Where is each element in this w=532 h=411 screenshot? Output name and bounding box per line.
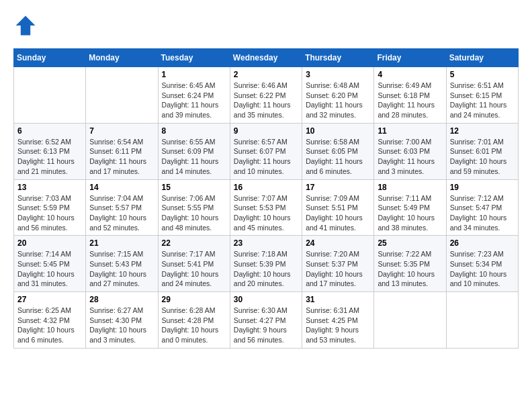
calendar-cell: 24Sunrise: 7:20 AM Sunset: 5:37 PM Dayli… xyxy=(302,236,374,292)
day-info: Sunrise: 6:55 AM Sunset: 6:09 PM Dayligh… xyxy=(162,137,226,177)
day-number: 1 xyxy=(162,70,226,79)
day-number: 31 xyxy=(306,295,370,304)
day-info: Sunrise: 6:45 AM Sunset: 6:24 PM Dayligh… xyxy=(162,81,226,120)
day-info: Sunrise: 7:17 AM Sunset: 5:41 PM Dayligh… xyxy=(162,249,226,289)
day-info: Sunrise: 6:25 AM Sunset: 4:32 PM Dayligh… xyxy=(17,306,82,345)
day-number: 27 xyxy=(17,295,82,304)
day-info: Sunrise: 6:54 AM Sunset: 6:11 PM Dayligh… xyxy=(89,137,154,177)
calendar-week-row: 27Sunrise: 6:25 AM Sunset: 4:32 PM Dayli… xyxy=(14,292,519,349)
day-number: 12 xyxy=(450,126,515,136)
day-number: 4 xyxy=(378,70,442,79)
day-info: Sunrise: 7:11 AM Sunset: 5:49 PM Dayligh… xyxy=(378,193,442,233)
day-number: 21 xyxy=(89,238,154,248)
calendar-cell: 26Sunrise: 7:23 AM Sunset: 5:34 PM Dayli… xyxy=(446,236,518,292)
day-info: Sunrise: 7:23 AM Sunset: 5:34 PM Dayligh… xyxy=(450,249,515,289)
day-number: 3 xyxy=(306,70,370,79)
calendar-cell: 20Sunrise: 7:14 AM Sunset: 5:45 PM Dayli… xyxy=(14,236,86,292)
calendar-week-row: 6Sunrise: 6:52 AM Sunset: 6:13 PM Daylig… xyxy=(14,123,519,179)
calendar-cell xyxy=(374,292,446,349)
day-number: 8 xyxy=(162,126,226,136)
day-number: 6 xyxy=(17,126,82,136)
day-number: 10 xyxy=(306,126,370,136)
day-number: 30 xyxy=(234,295,298,304)
calendar-cell: 23Sunrise: 7:18 AM Sunset: 5:39 PM Dayli… xyxy=(230,236,302,292)
day-info: Sunrise: 6:52 AM Sunset: 6:13 PM Dayligh… xyxy=(17,137,82,177)
day-info: Sunrise: 6:58 AM Sunset: 6:05 PM Dayligh… xyxy=(306,137,370,177)
calendar-cell: 11Sunrise: 7:00 AM Sunset: 6:03 PM Dayli… xyxy=(374,123,446,179)
day-number: 20 xyxy=(17,238,82,248)
day-number: 26 xyxy=(450,238,515,248)
calendar-cell: 18Sunrise: 7:11 AM Sunset: 5:49 PM Dayli… xyxy=(374,179,446,236)
calendar-cell: 31Sunrise: 6:31 AM Sunset: 4:25 PM Dayli… xyxy=(302,292,374,349)
col-header-monday: Monday xyxy=(86,49,158,67)
calendar-cell xyxy=(86,67,158,124)
calendar-cell: 21Sunrise: 7:15 AM Sunset: 5:43 PM Dayli… xyxy=(86,236,158,292)
calendar-cell xyxy=(14,67,86,124)
day-info: Sunrise: 6:28 AM Sunset: 4:28 PM Dayligh… xyxy=(162,306,226,345)
day-info: Sunrise: 7:01 AM Sunset: 6:01 PM Dayligh… xyxy=(450,137,515,177)
calendar-cell: 9Sunrise: 6:57 AM Sunset: 6:07 PM Daylig… xyxy=(230,123,302,179)
day-info: Sunrise: 7:06 AM Sunset: 5:55 PM Dayligh… xyxy=(162,193,226,233)
day-info: Sunrise: 7:14 AM Sunset: 5:45 PM Dayligh… xyxy=(17,249,82,289)
col-header-tuesday: Tuesday xyxy=(158,49,230,67)
day-info: Sunrise: 6:57 AM Sunset: 6:07 PM Dayligh… xyxy=(234,137,298,177)
calendar-cell: 7Sunrise: 6:54 AM Sunset: 6:11 PM Daylig… xyxy=(86,123,158,179)
calendar-cell: 29Sunrise: 6:28 AM Sunset: 4:28 PM Dayli… xyxy=(158,292,230,349)
calendar-cell: 4Sunrise: 6:49 AM Sunset: 6:18 PM Daylig… xyxy=(374,67,446,124)
day-info: Sunrise: 6:48 AM Sunset: 6:20 PM Dayligh… xyxy=(306,81,370,120)
day-number: 24 xyxy=(306,238,370,248)
day-number: 14 xyxy=(89,183,154,192)
calendar-cell: 8Sunrise: 6:55 AM Sunset: 6:09 PM Daylig… xyxy=(158,123,230,179)
col-header-saturday: Saturday xyxy=(446,49,518,67)
day-number: 22 xyxy=(162,238,226,248)
page-header xyxy=(13,13,519,38)
calendar-cell: 2Sunrise: 6:46 AM Sunset: 6:22 PM Daylig… xyxy=(230,67,302,124)
calendar-cell: 19Sunrise: 7:12 AM Sunset: 5:47 PM Dayli… xyxy=(446,179,518,236)
calendar-cell: 13Sunrise: 7:03 AM Sunset: 5:59 PM Dayli… xyxy=(14,179,86,236)
day-info: Sunrise: 6:51 AM Sunset: 6:15 PM Dayligh… xyxy=(450,81,515,120)
day-info: Sunrise: 7:00 AM Sunset: 6:03 PM Dayligh… xyxy=(378,137,442,177)
calendar-header-row: SundayMondayTuesdayWednesdayThursdayFrid… xyxy=(14,49,519,67)
day-info: Sunrise: 7:20 AM Sunset: 5:37 PM Dayligh… xyxy=(306,249,370,289)
day-info: Sunrise: 6:49 AM Sunset: 6:18 PM Dayligh… xyxy=(378,81,442,120)
calendar-cell: 25Sunrise: 7:22 AM Sunset: 5:35 PM Dayli… xyxy=(374,236,446,292)
svg-marker-0 xyxy=(16,16,36,36)
calendar-cell: 1Sunrise: 6:45 AM Sunset: 6:24 PM Daylig… xyxy=(158,67,230,124)
calendar-cell: 30Sunrise: 6:30 AM Sunset: 4:27 PM Dayli… xyxy=(230,292,302,349)
day-number: 18 xyxy=(378,183,442,192)
day-number: 7 xyxy=(89,126,154,136)
day-number: 11 xyxy=(378,126,442,136)
day-info: Sunrise: 7:18 AM Sunset: 5:39 PM Dayligh… xyxy=(234,249,298,289)
calendar-cell: 3Sunrise: 6:48 AM Sunset: 6:20 PM Daylig… xyxy=(302,67,374,124)
col-header-sunday: Sunday xyxy=(14,49,86,67)
col-header-wednesday: Wednesday xyxy=(230,49,302,67)
day-number: 23 xyxy=(234,238,298,248)
calendar-cell xyxy=(446,292,518,349)
day-info: Sunrise: 7:07 AM Sunset: 5:53 PM Dayligh… xyxy=(234,193,298,233)
day-number: 17 xyxy=(306,183,370,192)
calendar-week-row: 20Sunrise: 7:14 AM Sunset: 5:45 PM Dayli… xyxy=(14,236,519,292)
day-info: Sunrise: 6:46 AM Sunset: 6:22 PM Dayligh… xyxy=(234,81,298,120)
calendar-cell: 22Sunrise: 7:17 AM Sunset: 5:41 PM Dayli… xyxy=(158,236,230,292)
day-info: Sunrise: 7:04 AM Sunset: 5:57 PM Dayligh… xyxy=(89,193,154,233)
day-number: 29 xyxy=(162,295,226,304)
day-number: 19 xyxy=(450,183,515,192)
day-number: 15 xyxy=(162,183,226,192)
calendar-cell: 10Sunrise: 6:58 AM Sunset: 6:05 PM Dayli… xyxy=(302,123,374,179)
day-number: 28 xyxy=(89,295,154,304)
col-header-friday: Friday xyxy=(374,49,446,67)
day-number: 13 xyxy=(17,183,82,192)
calendar-cell: 12Sunrise: 7:01 AM Sunset: 6:01 PM Dayli… xyxy=(446,123,518,179)
day-info: Sunrise: 7:22 AM Sunset: 5:35 PM Dayligh… xyxy=(378,249,442,289)
calendar-cell: 28Sunrise: 6:27 AM Sunset: 4:30 PM Dayli… xyxy=(86,292,158,349)
calendar-cell: 15Sunrise: 7:06 AM Sunset: 5:55 PM Dayli… xyxy=(158,179,230,236)
calendar-cell: 16Sunrise: 7:07 AM Sunset: 5:53 PM Dayli… xyxy=(230,179,302,236)
day-number: 2 xyxy=(234,70,298,79)
calendar-cell: 27Sunrise: 6:25 AM Sunset: 4:32 PM Dayli… xyxy=(14,292,86,349)
calendar-week-row: 13Sunrise: 7:03 AM Sunset: 5:59 PM Dayli… xyxy=(14,179,519,236)
day-info: Sunrise: 6:27 AM Sunset: 4:30 PM Dayligh… xyxy=(89,306,154,345)
day-info: Sunrise: 7:12 AM Sunset: 5:47 PM Dayligh… xyxy=(450,193,515,233)
calendar-cell: 6Sunrise: 6:52 AM Sunset: 6:13 PM Daylig… xyxy=(14,123,86,179)
day-info: Sunrise: 6:30 AM Sunset: 4:27 PM Dayligh… xyxy=(234,306,298,345)
calendar-table: SundayMondayTuesdayWednesdayThursdayFrid… xyxy=(13,48,519,349)
